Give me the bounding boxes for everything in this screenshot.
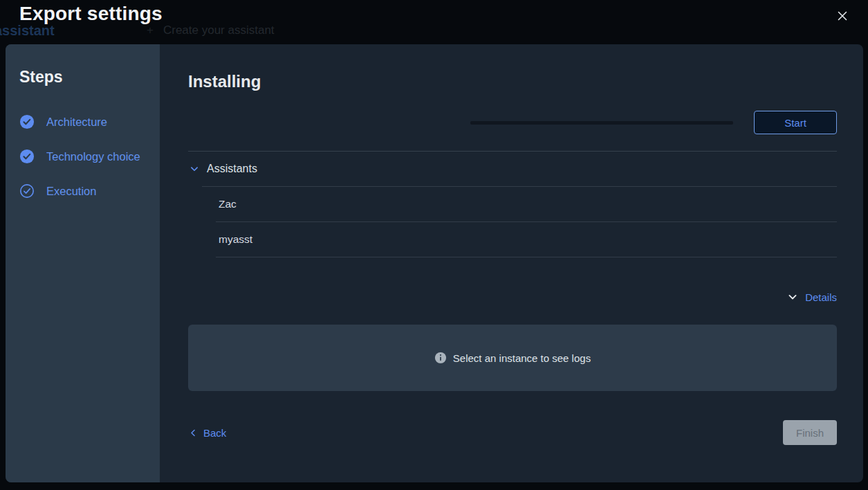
step-technology-choice[interactable]: Technology choice bbox=[19, 149, 149, 164]
check-circle-outline-icon bbox=[19, 183, 35, 199]
assistant-row-myasst[interactable]: myasst bbox=[216, 222, 837, 257]
start-row: Start bbox=[188, 111, 837, 134]
screen: assistant +Create your assistant Export … bbox=[0, 0, 868, 490]
details-row: Details bbox=[188, 288, 837, 306]
info-icon bbox=[434, 352, 447, 364]
chevron-left-icon bbox=[188, 428, 198, 438]
check-circle-filled-icon bbox=[19, 114, 35, 129]
background-brand-text: assistant bbox=[0, 23, 55, 39]
step-architecture[interactable]: Architecture bbox=[19, 114, 149, 129]
export-settings-dialog: Steps Architecture Technology choice Exe… bbox=[6, 44, 863, 482]
details-link[interactable]: Details bbox=[805, 291, 837, 303]
step-label: Architecture bbox=[46, 116, 107, 129]
assistants-list: Zac myasst bbox=[202, 186, 837, 257]
chevron-down-icon bbox=[188, 163, 201, 175]
back-button[interactable]: Back bbox=[188, 427, 226, 439]
assistants-section-label: Assistants bbox=[207, 163, 257, 175]
chevron-down-icon bbox=[786, 290, 800, 304]
dialog-main-panel: Installing Start Assistants Zac myasst bbox=[160, 44, 863, 482]
start-button[interactable]: Start bbox=[754, 111, 837, 134]
back-button-label: Back bbox=[203, 427, 226, 439]
check-circle-filled-icon bbox=[19, 149, 35, 164]
steps-heading: Steps bbox=[19, 68, 149, 87]
close-button[interactable] bbox=[830, 3, 855, 28]
step-label: Execution bbox=[46, 185, 96, 198]
close-icon bbox=[837, 10, 848, 21]
dialog-title: Export settings bbox=[19, 3, 163, 25]
logs-placeholder-message: Select an instance to see logs bbox=[453, 352, 591, 364]
divider bbox=[188, 151, 837, 152]
background-page-title-text: Create your assistant bbox=[163, 24, 275, 37]
progress-bar bbox=[470, 121, 733, 125]
logs-panel: Select an instance to see logs bbox=[188, 325, 837, 391]
steps-sidebar: Steps Architecture Technology choice Exe… bbox=[6, 44, 160, 482]
finish-button[interactable]: Finish bbox=[783, 420, 837, 445]
background-page-title: +Create your assistant bbox=[147, 24, 275, 37]
step-label: Technology choice bbox=[46, 150, 140, 163]
dialog-footer: Back Finish bbox=[188, 420, 837, 445]
page-title: Installing bbox=[188, 72, 837, 91]
assistant-row-zac[interactable]: Zac bbox=[216, 187, 837, 222]
assistants-section-toggle[interactable]: Assistants bbox=[188, 160, 837, 178]
step-execution[interactable]: Execution bbox=[19, 183, 149, 199]
plus-icon: + bbox=[147, 24, 154, 37]
